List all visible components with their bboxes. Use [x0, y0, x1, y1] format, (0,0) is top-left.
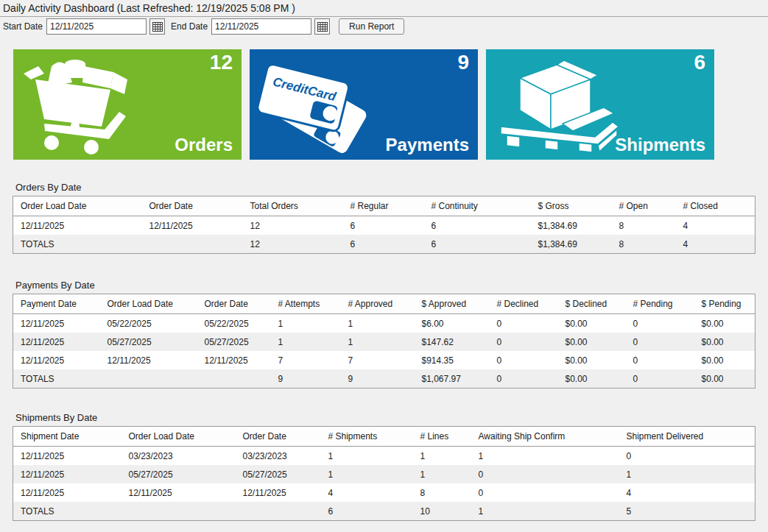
table-cell: 1 — [471, 502, 619, 521]
table-cell: 8 — [413, 483, 471, 502]
table-cell: 4 — [321, 483, 413, 502]
table-cell: 7 — [271, 351, 341, 369]
table-cell: 0 — [471, 465, 619, 483]
table-cell: 05/27/2025 — [236, 465, 321, 483]
shipments-count: 6 — [694, 51, 705, 74]
column-header[interactable]: # Continuity — [424, 196, 531, 216]
table-cell: 12/11/2025 — [13, 447, 121, 466]
column-header[interactable]: # Approved — [341, 294, 415, 314]
column-header[interactable]: Shipment Delivered — [619, 427, 755, 447]
run-report-button[interactable]: Run Report — [339, 18, 404, 35]
table-cell: $0.00 — [558, 314, 626, 333]
table-cell: $0.00 — [558, 369, 626, 389]
table-cell: 1 — [413, 447, 471, 466]
table-cell — [121, 502, 236, 521]
column-header[interactable]: Total Orders — [243, 196, 343, 216]
table-cell: 0 — [626, 369, 694, 389]
column-header[interactable]: $ Pending — [694, 294, 755, 314]
table-cell: $0.00 — [694, 351, 755, 369]
table-cell: 6 — [424, 235, 531, 254]
table-cell: 12/11/2025 — [13, 216, 142, 235]
start-date-calendar-button[interactable] — [149, 18, 165, 35]
table-cell: 0 — [490, 351, 558, 369]
table-cell: 4 — [619, 483, 755, 502]
filter-bar: Start Date End Date Run Report — [3, 18, 404, 35]
column-header[interactable]: Order Load Date — [100, 294, 197, 314]
start-date-input[interactable] — [46, 18, 147, 35]
table-row: 12/11/202503/23/202303/23/20231110 — [13, 447, 755, 466]
table-cell: 1 — [619, 465, 755, 483]
column-header[interactable]: Awaiting Ship Confirm — [471, 427, 619, 447]
orders-section-title: Orders By Date — [15, 182, 82, 193]
table-cell: 05/22/2025 — [100, 314, 197, 333]
table-cell: 6 — [343, 235, 424, 254]
column-header[interactable]: $ Approved — [415, 294, 490, 314]
column-header[interactable]: # Shipments — [321, 427, 413, 447]
table-cell — [142, 235, 243, 254]
payments-tile-label: Payments — [386, 135, 469, 155]
table-cell: 0 — [626, 314, 694, 333]
column-header[interactable]: # Declined — [490, 294, 558, 314]
column-header[interactable]: # Closed — [676, 196, 755, 216]
table-cell: 12/11/2025 — [121, 483, 236, 502]
table-row: 12/11/202505/27/202505/27/20251101 — [13, 465, 755, 483]
table-cell: 0 — [490, 314, 558, 333]
table-row: 12/11/202512/11/20251266$1,384.6984 — [13, 216, 755, 235]
table-cell: 03/23/2023 — [121, 447, 236, 466]
totals-row: TOTALS1266$1,384.6984 — [13, 235, 755, 254]
column-header[interactable]: # Pending — [626, 294, 694, 314]
title-divider — [0, 16, 768, 17]
column-header[interactable]: Order Date — [142, 196, 243, 216]
table-cell — [236, 502, 321, 521]
orders-tile[interactable]: 12 Orders — [13, 49, 242, 160]
calendar-grid-icon — [152, 22, 163, 32]
column-header[interactable]: Order Load Date — [13, 196, 142, 216]
payments-count: 9 — [457, 51, 469, 74]
table-cell: 5 — [619, 502, 755, 521]
table-cell: 10 — [413, 502, 471, 521]
column-header[interactable]: Order Date — [236, 427, 321, 447]
table-cell: 12/11/2025 — [236, 483, 321, 502]
table-cell: $1,067.97 — [415, 369, 490, 389]
column-header[interactable]: Payment Date — [13, 294, 100, 314]
payments-tile[interactable]: CreditCard 9 Payments — [250, 49, 478, 160]
table-cell: 0 — [471, 483, 619, 502]
table-cell: $0.00 — [558, 351, 626, 369]
column-header[interactable]: $ Declined — [558, 294, 626, 314]
totals-row: TOTALS61015 — [13, 502, 755, 521]
table-cell: 03/23/2023 — [236, 447, 321, 466]
table-cell: $147.62 — [415, 333, 490, 351]
shipments-tile[interactable]: 6 Shipments — [486, 49, 714, 160]
pallet-box-icon — [492, 53, 621, 160]
table-cell — [197, 369, 271, 389]
table-cell: 0 — [626, 333, 694, 351]
table-cell: 4 — [676, 216, 755, 235]
table-header-row: Payment DateOrder Load DateOrder Date# A… — [13, 294, 755, 314]
table-cell: 12/11/2025 — [100, 351, 197, 369]
calendar-grid-icon — [317, 22, 328, 32]
credit-cards-icon: CreditCard — [256, 53, 381, 160]
table-header-row: Shipment DateOrder Load DateOrder Date# … — [13, 427, 755, 447]
table-cell: 1 — [271, 333, 341, 351]
column-header[interactable]: Order Load Date — [121, 427, 236, 447]
column-header[interactable]: $ Gross — [531, 196, 612, 216]
table-cell: 05/22/2025 — [197, 314, 271, 333]
totals-row: TOTALS99$1,067.970$0.000$0.00 — [13, 369, 755, 389]
column-header[interactable]: # Open — [612, 196, 676, 216]
table-cell: $0.00 — [694, 369, 755, 389]
table-cell: 1 — [271, 314, 341, 333]
column-header[interactable]: # Regular — [343, 196, 424, 216]
table-row: 12/11/202505/27/202505/27/202511$147.620… — [13, 333, 755, 351]
column-header[interactable]: Shipment Date — [13, 427, 121, 447]
column-header[interactable]: # Attempts — [271, 294, 341, 314]
column-header[interactable]: # Lines — [413, 427, 471, 447]
end-date-label: End Date — [171, 21, 208, 32]
table-cell: 12/11/2025 — [197, 351, 271, 369]
shipments-section-title: Shipments By Date — [15, 412, 97, 423]
table-cell: 9 — [341, 369, 415, 389]
end-date-calendar-button[interactable] — [314, 18, 330, 35]
shipments-tile-label: Shipments — [615, 135, 705, 155]
end-date-input[interactable] — [211, 18, 311, 35]
table-cell: 6 — [343, 216, 424, 235]
column-header[interactable]: Order Date — [197, 294, 271, 314]
